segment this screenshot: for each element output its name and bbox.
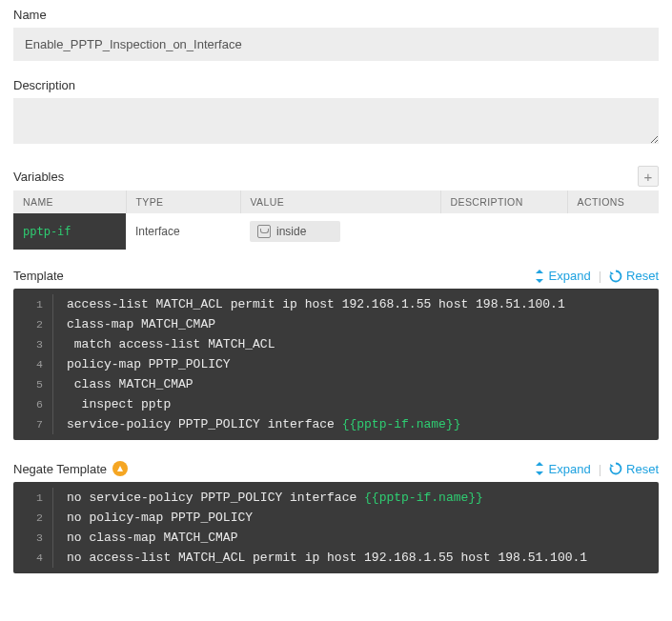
- var-actions-cell: [567, 213, 659, 250]
- expand-label: Expand: [549, 462, 591, 476]
- code-line: 3no class-map MATCH_CMAP: [13, 528, 659, 548]
- template-label: Template: [13, 269, 64, 283]
- code-line: 1no service-policy PPTP_POLICY interface…: [13, 488, 659, 508]
- line-number: 6: [13, 394, 53, 414]
- line-number: 1: [13, 488, 53, 508]
- var-desc-cell: [440, 213, 567, 250]
- line-number: 1: [13, 294, 53, 314]
- code-content: no access-list MATCH_ACL permit ip host …: [53, 548, 587, 568]
- name-label: Name: [13, 8, 659, 22]
- line-number: 5: [13, 374, 53, 394]
- code-content: access-list MATCH_ACL permit ip host 192…: [53, 294, 565, 314]
- code-line: 6 inspect pptp: [13, 394, 659, 414]
- warning-icon: [112, 461, 128, 476]
- code-content: match access-list MATCH_ACL: [53, 334, 275, 354]
- negate-template-label: Negate Template: [13, 462, 107, 476]
- line-number: 7: [13, 414, 53, 434]
- col-type: TYPE: [126, 190, 240, 213]
- code-line: 4policy-map PPTP_POLICY: [13, 354, 659, 374]
- plus-icon: +: [644, 169, 653, 185]
- reset-icon: [609, 462, 622, 475]
- action-divider: |: [599, 269, 601, 283]
- template-expand-button[interactable]: Expand: [534, 269, 591, 283]
- code-line: 4no access-list MATCH_ACL permit ip host…: [13, 548, 659, 568]
- variables-table: NAME TYPE VALUE DESCRIPTION ACTIONS pptp…: [13, 190, 659, 250]
- code-line: 5 class MATCH_CMAP: [13, 374, 659, 394]
- code-line: 2no policy-map PPTP_POLICY: [13, 508, 659, 528]
- code-content: no service-policy PPTP_POLICY interface …: [53, 488, 483, 508]
- code-line: 1access-list MATCH_ACL permit ip host 19…: [13, 294, 659, 314]
- code-line: 7service-policy PPTP_POLICY interface {{…: [13, 414, 659, 434]
- var-value-cell: inside: [240, 213, 440, 250]
- code-content: no class-map MATCH_CMAP: [53, 528, 237, 548]
- action-divider: |: [599, 462, 601, 476]
- expand-icon: [534, 270, 545, 283]
- code-content: class MATCH_CMAP: [53, 374, 193, 394]
- code-content: inspect pptp: [53, 394, 171, 414]
- negate-reset-button[interactable]: Reset: [609, 462, 659, 476]
- value-chip[interactable]: inside: [250, 221, 340, 242]
- reset-label: Reset: [626, 462, 659, 476]
- code-content: no policy-map PPTP_POLICY: [53, 508, 253, 528]
- col-value: VALUE: [240, 190, 440, 213]
- add-variable-button[interactable]: +: [638, 166, 659, 187]
- col-name: NAME: [13, 190, 126, 213]
- code-content: service-policy PPTP_POLICY interface {{p…: [53, 414, 460, 434]
- interface-icon: [257, 225, 271, 238]
- template-editor[interactable]: 1access-list MATCH_ACL permit ip host 19…: [13, 289, 659, 440]
- code-content: class-map MATCH_CMAP: [53, 314, 215, 334]
- line-number: 3: [13, 334, 53, 354]
- negate-expand-button[interactable]: Expand: [534, 462, 591, 476]
- variables-label: Variables: [13, 170, 64, 184]
- line-number: 3: [13, 528, 53, 548]
- negate-editor[interactable]: 1no service-policy PPTP_POLICY interface…: [13, 482, 659, 573]
- line-number: 2: [13, 508, 53, 528]
- code-line: 3 match access-list MATCH_ACL: [13, 334, 659, 354]
- col-actions: ACTIONS: [567, 190, 659, 213]
- line-number: 2: [13, 314, 53, 334]
- line-number: 4: [13, 548, 53, 568]
- reset-label: Reset: [626, 269, 659, 283]
- chip-text: inside: [276, 225, 306, 238]
- col-description: DESCRIPTION: [440, 190, 567, 213]
- reset-icon: [609, 270, 622, 283]
- description-label: Description: [13, 78, 659, 92]
- expand-icon: [534, 462, 545, 475]
- expand-label: Expand: [549, 269, 591, 283]
- code-content: policy-map PPTP_POLICY: [53, 354, 231, 374]
- description-input[interactable]: [13, 98, 659, 144]
- var-name-cell: pptp-if: [13, 213, 126, 250]
- var-type-cell: Interface: [126, 213, 240, 250]
- name-input[interactable]: [13, 28, 659, 61]
- table-row[interactable]: pptp-if Interface inside: [13, 213, 659, 250]
- code-line: 2class-map MATCH_CMAP: [13, 314, 659, 334]
- line-number: 4: [13, 354, 53, 374]
- template-reset-button[interactable]: Reset: [609, 269, 659, 283]
